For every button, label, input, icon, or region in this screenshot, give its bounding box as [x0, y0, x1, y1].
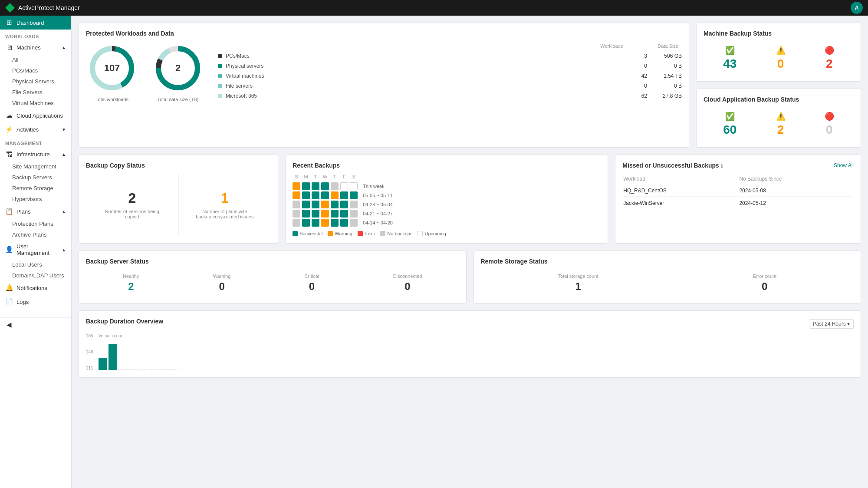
remote-storage-total-val: 1 — [575, 280, 581, 293]
donut-workloads: 107 Total workloads — [86, 42, 138, 102]
legend-data-1: 0 B — [647, 63, 682, 69]
donut-data: 2 Total data size (TB) — [152, 42, 204, 102]
cal-cell-0-3 — [321, 182, 329, 190]
cal-cell-1-5 — [340, 191, 348, 199]
app-logo — [5, 3, 15, 13]
donut-data-num: 2 — [175, 63, 181, 74]
sidebar-item-notifications[interactable]: 🔔 Notifications — [0, 281, 71, 295]
duration-title: Backup Duration Overview — [86, 318, 163, 325]
machine-backup-status-card: Machine Backup Status ✅ 43 ⚠️ 0 🔴 2 — [696, 23, 861, 82]
legend-label-upcoming: Upcoming — [424, 231, 446, 236]
users-icon: 👤 — [5, 246, 13, 254]
user-avatar[interactable]: A — [851, 2, 863, 14]
infrastructure-icon: 🏗 — [5, 151, 13, 158]
cal-cell-4-3 — [321, 219, 329, 227]
sidebar-sub-pcs-macs[interactable]: PCs/Macs — [0, 65, 71, 76]
sidebar-item-machines[interactable]: 🖥 Machines ▲ — [0, 41, 71, 54]
legend-dot-0 — [218, 54, 222, 58]
show-all-button[interactable]: Show All — [834, 162, 854, 168]
cal-day-f: F — [340, 174, 348, 179]
cloud-backup-status-card: Cloud Application Backup Status ✅ 60 ⚠️ … — [696, 89, 861, 148]
sidebar-sub-file-servers[interactable]: File Servers — [0, 87, 71, 98]
sidebar-sub-archive-plans[interactable]: Archive Plans — [0, 229, 71, 240]
sidebar-sub-remote-storage[interactable]: Remote Storage — [0, 183, 71, 194]
bar-7 — [168, 369, 177, 370]
backup-server-critical-val: 0 — [309, 280, 315, 293]
legend-nobackup: No backups — [380, 231, 412, 236]
machine-ok-item: ✅ 43 — [723, 46, 736, 71]
cal-cell-2-3 — [321, 201, 329, 208]
sidebar-item-activities[interactable]: ⚡ Activities ▼ — [0, 122, 71, 136]
sidebar-sub-site-management[interactable]: Site Management — [0, 161, 71, 172]
donut-data-wrap: 2 — [152, 42, 204, 94]
cal-day-s1: S — [293, 174, 300, 179]
sidebar-sub-domain-users[interactable]: Domain/LDAP Users — [0, 270, 71, 281]
server-status-row: Backup Server Status Healthy 2 Warning 0… — [79, 251, 861, 303]
sidebar-sub-all[interactable]: All — [0, 54, 71, 65]
sidebar-item-logs[interactable]: 📄 Logs — [0, 295, 71, 309]
sidebar-item-infrastructure[interactable]: 🏗 Infrastructure ▲ — [0, 148, 71, 161]
sidebar-item-user-management[interactable]: 👤 User Management ▲ — [0, 240, 71, 259]
machine-warning-count: 0 — [777, 57, 784, 71]
cal-cell-1-0 — [293, 191, 300, 199]
top-row: Protected Workloads and Data — [79, 23, 861, 148]
cloud-icon: ☁ — [5, 112, 13, 119]
sidebar-label-dashboard: Dashboard — [16, 20, 44, 26]
missed-info-icon: ℹ — [721, 163, 723, 168]
remote-storage-error-label: Error count — [753, 274, 776, 279]
legend-name-4: Microsoft 365 — [226, 93, 612, 99]
remote-storage-total-label: Total storage count — [558, 274, 598, 279]
cloud-ok-icon: ✅ — [725, 112, 735, 121]
cloud-status-row: ✅ 60 ⚠️ 2 🔴 0 — [704, 108, 854, 140]
legend-warning: Warning — [328, 231, 352, 236]
backup-server-status-title: Backup Server Status — [86, 258, 459, 265]
sidebar-item-dashboard[interactable]: ⊞ Dashboard — [0, 16, 71, 30]
sidebar: ⊞ Dashboard Workloads 🖥 Machines ▲ All P… — [0, 16, 72, 488]
backup-server-critical: Critical 0 — [305, 274, 319, 293]
sidebar-section-management: Management — [0, 136, 71, 148]
legend-row-2: Virtual machines 42 1.54 TB — [218, 71, 682, 81]
sidebar-sub-protection-plans[interactable]: Protection Plans — [0, 218, 71, 229]
protected-workloads-title: Protected Workloads and Data — [86, 30, 682, 37]
missed-header: Missed or Unsuccessful Backups ℹ Show Al… — [622, 162, 854, 169]
backup-server-healthy-val: 2 — [128, 280, 134, 293]
cal-cell-3-1 — [302, 210, 310, 218]
topbar-brand: ActiveProtect Manager — [5, 3, 80, 13]
cal-label-0: This week — [363, 184, 385, 189]
sidebar-sub-hypervisors[interactable]: Hypervisors — [0, 194, 71, 204]
machine-backup-title: Machine Backup Status — [704, 30, 854, 37]
sidebar-collapse[interactable]: ◀ — [0, 317, 71, 332]
donut-data-label: Total data size (TB) — [158, 97, 199, 102]
legend-row-3: File servers 0 0 B — [218, 81, 682, 91]
logs-icon: 📄 — [5, 298, 13, 306]
duration-header: Backup Duration Overview Past 24 Hours ▾ — [86, 318, 854, 330]
backup-server-warning-val: 0 — [219, 280, 224, 293]
user-mgmt-chevron: ▲ — [62, 247, 66, 252]
cal-cell-0-5 — [340, 182, 348, 190]
legend-dot-2 — [218, 74, 222, 78]
sidebar-item-cloud-applications[interactable]: ☁ Cloud Applications — [0, 109, 71, 122]
legend-workloads-2: 42 — [612, 73, 647, 79]
sidebar-item-plans[interactable]: 📋 Plans ▲ — [0, 204, 71, 218]
cal-cell-1-1 — [302, 191, 310, 199]
cal-cell-1-6 — [350, 191, 358, 199]
sidebar-sub-physical-servers[interactable]: Physical Servers — [0, 76, 71, 87]
recent-backups-card: Recent Backups S M T W T F S — [285, 155, 608, 244]
sidebar-label-notifications: Notifications — [16, 285, 47, 291]
sidebar-sub-local-users[interactable]: Local Users — [0, 259, 71, 270]
recent-backups-title: Recent Backups — [293, 162, 601, 169]
cal-day-w: W — [321, 174, 329, 179]
sidebar-sub-backup-servers[interactable]: Backup Servers — [0, 172, 71, 183]
legend-row-1: Physical servers 0 0 B — [218, 61, 682, 71]
machine-status-row: ✅ 43 ⚠️ 0 🔴 2 — [704, 42, 854, 74]
missed-workload-1: Jackie-WinServer — [623, 198, 738, 209]
legend-workloads-0: 3 — [612, 53, 647, 59]
duration-filter[interactable]: Past 24 Hours ▾ — [809, 319, 854, 329]
sidebar-sub-virtual-machines[interactable]: Virtual Machines — [0, 98, 71, 109]
cal-cell-4-1 — [302, 219, 310, 227]
machine-error-item: 🔴 2 — [825, 46, 834, 71]
cal-legend: Successful Warning Error No backups — [293, 231, 601, 236]
sidebar-label-cloud: Cloud Applications — [16, 112, 63, 119]
cal-cell-3-2 — [312, 210, 319, 218]
cal-cell-1-2 — [312, 191, 319, 199]
